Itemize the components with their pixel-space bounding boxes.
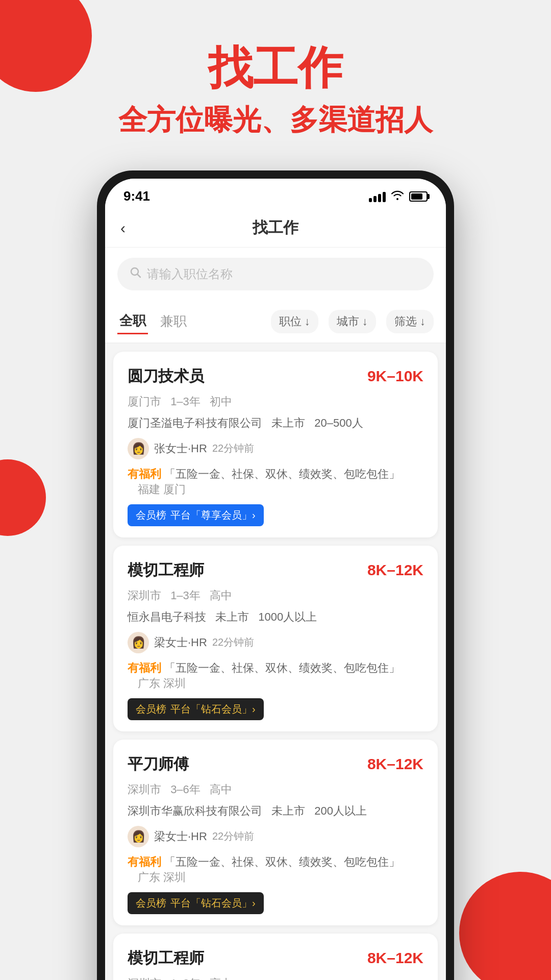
welfare-location: 广东 深圳 — [138, 677, 186, 690]
phone-wrapper: 9:41 — [0, 160, 551, 980]
job-education: 高中 — [210, 589, 232, 602]
job-company: 深圳市华赢欣科技有限公司 未上市 200人以上 — [128, 803, 423, 819]
status-time: 9:41 — [123, 188, 150, 204]
tab-parttime[interactable]: 兼职 — [158, 309, 189, 333]
job-header: 模切工程师 8K–12K — [128, 948, 423, 969]
job-salary: 8K–12K — [367, 755, 423, 773]
job-card[interactable]: 圆刀技术员 9K–10K 厦门市 1–3年 初中 厦门圣溢电子科技有限公司 未上… — [113, 352, 438, 537]
filter-position-btn[interactable]: 职位 ↓ — [271, 310, 318, 333]
job-welfare: 有福利 「五险一金、社保、双休、绩效奖、包吃包住」 福建 厦门 — [128, 467, 423, 497]
company-size: 1000人以上 — [258, 610, 317, 623]
hr-time: 22分钟前 — [212, 635, 254, 649]
badge-detail: 平台「尊享会员」› — [170, 508, 256, 522]
member-badge[interactable]: 会员榜 平台「钻石会员」› — [128, 892, 264, 914]
job-salary: 8K–12K — [367, 561, 423, 579]
hr-name: 梁女士·HR — [154, 635, 207, 650]
welfare-location: 福建 厦门 — [138, 483, 186, 496]
job-hr: 👩 梁女士·HR 22分钟前 — [128, 826, 423, 847]
welfare-text: 「五险一金、社保、双休、绩效奖、包吃包住」 — [164, 468, 400, 480]
job-city: 深圳市 — [128, 977, 161, 980]
job-header: 平刀师傅 8K–12K — [128, 754, 423, 775]
job-meta: 深圳市 3–6年 高中 — [128, 782, 423, 797]
badge-detail: 平台「钻石会员」› — [170, 896, 256, 910]
job-salary: 9K–10K — [367, 368, 423, 385]
company-name: 深圳市华赢欣科技有限公司 — [128, 804, 262, 817]
job-welfare: 有福利 「五险一金、社保、双休、绩效奖、包吃包住」 广东 深圳 — [128, 660, 423, 691]
tab-fulltime[interactable]: 全职 — [117, 309, 148, 334]
status-bar: 9:41 — [105, 179, 446, 209]
welfare-label: 有福利 — [128, 855, 161, 868]
welfare-location: 广东 深圳 — [138, 871, 186, 884]
hr-avatar: 👩 — [128, 826, 149, 847]
job-title: 模切工程师 — [128, 948, 204, 969]
job-meta: 深圳市 1–3年 高中 — [128, 976, 423, 980]
badge-text: 会员榜 — [136, 702, 166, 716]
job-title: 圆刀技术员 — [128, 366, 204, 387]
job-card[interactable]: 平刀师傅 8K–12K 深圳市 3–6年 高中 深圳市华赢欣科技有限公司 未上市… — [113, 740, 438, 925]
nav-bar: ‹ 找工作 — [105, 209, 446, 248]
job-hr: 👩 张女士·HR 22分钟前 — [128, 438, 423, 459]
company-name: 厦门圣溢电子科技有限公司 — [128, 416, 262, 429]
job-meta: 深圳市 1–3年 高中 — [128, 588, 423, 603]
job-city: 深圳市 — [128, 589, 161, 602]
back-button[interactable]: ‹ — [120, 219, 126, 237]
job-experience: 1–3年 — [170, 589, 201, 602]
welfare-text: 「五险一金、社保、双休、绩效奖、包吃包住」 — [164, 662, 400, 674]
job-experience: 1–3年 — [170, 395, 201, 408]
filter-city-btn[interactable]: 城市 ↓ — [329, 310, 376, 333]
hero-section: 找工作 全方位曝光、多渠道招人 — [0, 0, 551, 160]
search-box[interactable]: 请输入职位名称 — [117, 258, 434, 290]
job-card[interactable]: 模切工程师 8K–12K 深圳市 1–3年 高中 — [113, 934, 438, 980]
svg-line-1 — [138, 274, 141, 277]
hero-subtitle: 全方位曝光、多渠道招人 — [20, 100, 531, 140]
signal-bars-icon — [369, 191, 386, 202]
job-experience: 1–3年 — [170, 977, 201, 980]
job-hr: 👩 梁女士·HR 22分钟前 — [128, 632, 423, 653]
job-title: 平刀师傅 — [128, 754, 189, 775]
badge-detail: 平台「钻石会员」› — [170, 702, 256, 716]
hero-title: 找工作 — [20, 41, 531, 95]
phone-outer: 9:41 — [97, 170, 454, 980]
phone-inner: 9:41 — [105, 179, 446, 980]
job-city: 厦门市 — [128, 395, 161, 408]
search-icon — [130, 266, 142, 282]
company-status: 未上市 — [271, 416, 305, 429]
page-title: 找工作 — [253, 217, 298, 238]
filter-bar: 全职 兼职 职位 ↓ 城市 ↓ 筛选 ↓ — [105, 301, 446, 344]
search-placeholder: 请输入职位名称 — [147, 266, 233, 282]
job-company: 恒永昌电子科技 未上市 1000人以上 — [128, 609, 423, 625]
company-size: 20–500人 — [314, 416, 363, 429]
job-education: 高中 — [210, 783, 232, 796]
job-education: 高中 — [210, 977, 232, 980]
hr-avatar: 👩 — [128, 438, 149, 459]
company-status: 未上市 — [271, 804, 305, 817]
status-icons — [369, 190, 428, 203]
company-name: 恒永昌电子科技 — [128, 610, 206, 623]
hr-name: 张女士·HR — [154, 441, 207, 456]
filter-screen-btn[interactable]: 筛选 ↓ — [386, 310, 434, 333]
job-company: 厦门圣溢电子科技有限公司 未上市 20–500人 — [128, 415, 423, 431]
job-salary: 8K–12K — [367, 949, 423, 967]
battery-icon — [409, 191, 428, 202]
welfare-text: 「五险一金、社保、双休、绩效奖、包吃包住」 — [164, 855, 400, 868]
search-area: 请输入职位名称 — [105, 248, 446, 301]
job-title: 模切工程师 — [128, 560, 204, 581]
company-status: 未上市 — [215, 610, 249, 623]
job-card[interactable]: 模切工程师 8K–12K 深圳市 1–3年 高中 恒永昌电子科技 未上市 100… — [113, 546, 438, 731]
member-badge[interactable]: 会员榜 平台「尊享会员」› — [128, 504, 264, 526]
member-badge[interactable]: 会员榜 平台「钻石会员」› — [128, 698, 264, 720]
welfare-label: 有福利 — [128, 662, 161, 674]
job-city: 深圳市 — [128, 783, 161, 796]
hr-time: 22分钟前 — [212, 829, 254, 843]
job-meta: 厦门市 1–3年 初中 — [128, 394, 423, 409]
job-header: 圆刀技术员 9K–10K — [128, 366, 423, 387]
job-welfare: 有福利 「五险一金、社保、双休、绩效奖、包吃包住」 广东 深圳 — [128, 854, 423, 885]
wifi-icon — [391, 190, 404, 203]
hr-name: 梁女士·HR — [154, 829, 207, 844]
badge-text: 会员榜 — [136, 896, 166, 910]
company-size: 200人以上 — [314, 804, 367, 817]
job-experience: 3–6年 — [170, 783, 201, 796]
hr-avatar: 👩 — [128, 632, 149, 653]
badge-text: 会员榜 — [136, 508, 166, 522]
job-header: 模切工程师 8K–12K — [128, 560, 423, 581]
